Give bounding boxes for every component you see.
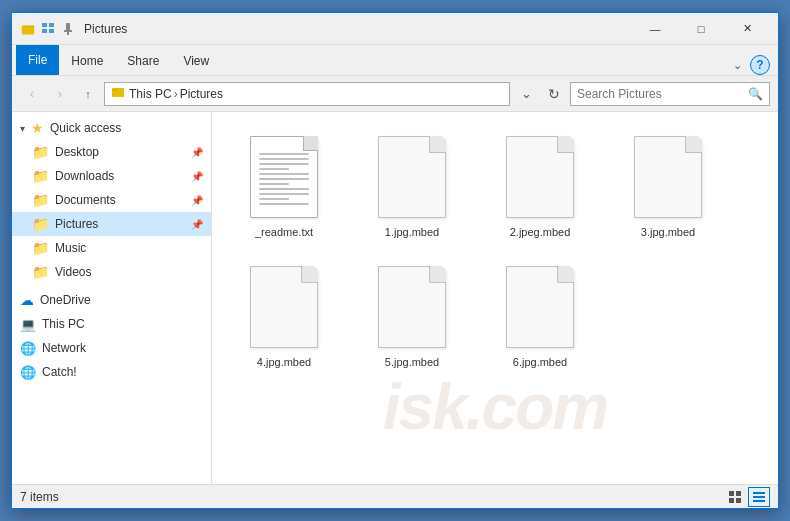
sidebar-item-videos[interactable]: 📁 Videos (12, 260, 211, 284)
sidebar-item-downloads[interactable]: 📁 Downloads 📌 (12, 164, 211, 188)
minimize-button[interactable]: — (632, 13, 678, 45)
sidebar: ▾ ★ Quick access 📁 Desktop 📌 📁 Downloads… (12, 112, 212, 484)
file-name-1: 1.jpg.mbed (385, 226, 439, 238)
file-name-5: 5.jpg.mbed (385, 356, 439, 368)
doc-line (259, 193, 309, 195)
sidebar-onedrive-label: OneDrive (40, 293, 91, 307)
svg-rect-18 (753, 500, 765, 502)
tab-home[interactable]: Home (59, 47, 115, 75)
mbed-icon (634, 136, 702, 218)
pin-icon (60, 21, 76, 37)
mbed-icon (506, 136, 574, 218)
sidebar-item-this-pc[interactable]: 💻 This PC (12, 312, 211, 336)
svg-rect-11 (112, 89, 117, 91)
file-name-readme: _readme.txt (255, 226, 313, 238)
doc-line (259, 183, 289, 185)
expand-icon: ▾ (20, 123, 25, 134)
file-icon-readme (244, 132, 324, 222)
sidebar-item-desktop[interactable]: 📁 Desktop 📌 (12, 140, 211, 164)
path-icon (111, 85, 125, 102)
address-path[interactable]: This PC › Pictures (104, 82, 510, 106)
svg-rect-12 (729, 491, 734, 496)
doc-line (259, 168, 289, 170)
file-icon-3 (628, 132, 708, 222)
sidebar-downloads-label: Downloads (55, 169, 114, 183)
watermark: isk.com (383, 370, 607, 444)
network-icon: 🌐 (20, 341, 36, 356)
mbed-icon (506, 266, 574, 348)
folder-icon: 📁 (32, 144, 49, 160)
sidebar-item-music[interactable]: 📁 Music (12, 236, 211, 260)
file-icon-5 (372, 262, 452, 352)
sidebar-item-catch[interactable]: 🌐 Catch! (12, 360, 211, 384)
file-item-1[interactable]: 1.jpg.mbed (352, 124, 472, 246)
file-item-2[interactable]: 2.jpeg.mbed (480, 124, 600, 246)
file-item-5[interactable]: 5.jpg.mbed (352, 254, 472, 376)
doc-line (259, 163, 309, 165)
path-dropdown-btn[interactable]: ⌄ (514, 82, 538, 106)
svg-rect-4 (49, 23, 54, 27)
path-pictures[interactable]: Pictures (180, 87, 223, 101)
folder-icon: 📁 (32, 168, 49, 184)
icon-view-button[interactable] (748, 487, 770, 507)
sidebar-item-documents[interactable]: 📁 Documents 📌 (12, 188, 211, 212)
svg-rect-16 (753, 492, 765, 494)
back-button[interactable]: ‹ (20, 82, 44, 106)
svg-rect-13 (736, 491, 741, 496)
refresh-button[interactable]: ↻ (542, 82, 566, 106)
explorer-window: Pictures — □ ✕ File Home Share View ⌄ ? … (11, 12, 779, 509)
svg-rect-17 (753, 496, 765, 498)
title-bar-app-icons (20, 21, 76, 37)
sidebar-catch-label: Catch! (42, 365, 77, 379)
search-icon: 🔍 (748, 87, 763, 101)
search-input[interactable] (577, 87, 748, 101)
address-bar: ‹ › ↑ This PC › Pictures ⌄ ↻ 🔍 (12, 76, 778, 112)
svg-rect-2 (22, 27, 34, 34)
doc-line (259, 153, 309, 155)
app-icon (20, 21, 36, 37)
file-item-3[interactable]: 3.jpg.mbed (608, 124, 728, 246)
close-button[interactable]: ✕ (724, 13, 770, 45)
doc-icon (250, 136, 318, 218)
help-button[interactable]: ? (750, 55, 770, 75)
tab-share[interactable]: Share (115, 47, 171, 75)
quick-access-icon (40, 21, 56, 37)
mbed-icon (378, 266, 446, 348)
status-bar: 7 items (12, 484, 778, 508)
up-button[interactable]: ↑ (76, 82, 100, 106)
svg-rect-15 (736, 498, 741, 503)
svg-rect-5 (42, 29, 47, 33)
doc-line (259, 178, 309, 180)
sidebar-quick-access[interactable]: ▾ ★ Quick access (12, 116, 211, 140)
file-item-readme[interactable]: _readme.txt (224, 124, 344, 246)
list-view-button[interactable] (724, 487, 746, 507)
sidebar-item-network[interactable]: 🌐 Network (12, 336, 211, 360)
pin-icon: 📌 (191, 147, 203, 158)
sidebar-documents-label: Documents (55, 193, 116, 207)
svg-rect-14 (729, 498, 734, 503)
doc-line (259, 198, 289, 200)
sidebar-item-pictures[interactable]: 📁 Pictures 📌 (12, 212, 211, 236)
search-box[interactable]: 🔍 (570, 82, 770, 106)
doc-line (259, 158, 309, 160)
sidebar-item-onedrive[interactable]: ☁ OneDrive (12, 288, 211, 312)
main-area: ▾ ★ Quick access 📁 Desktop 📌 📁 Downloads… (12, 112, 778, 484)
forward-button[interactable]: › (48, 82, 72, 106)
quick-access-label: Quick access (50, 121, 121, 135)
sidebar-videos-label: Videos (55, 265, 91, 279)
svg-rect-8 (64, 30, 72, 32)
expand-ribbon-btn[interactable]: ⌄ (728, 56, 746, 74)
file-icon-4 (244, 262, 324, 352)
file-item-6[interactable]: 6.jpg.mbed (480, 254, 600, 376)
maximize-button[interactable]: □ (678, 13, 724, 45)
file-item-4[interactable]: 4.jpg.mbed (224, 254, 344, 376)
file-icon-6 (500, 262, 580, 352)
mbed-icon (378, 136, 446, 218)
view-controls (724, 487, 770, 507)
path-this-pc[interactable]: This PC (129, 87, 172, 101)
window-controls: — □ ✕ (632, 13, 770, 45)
svg-rect-9 (67, 32, 69, 35)
sidebar-music-label: Music (55, 241, 86, 255)
tab-file[interactable]: File (16, 45, 59, 75)
tab-view[interactable]: View (171, 47, 221, 75)
